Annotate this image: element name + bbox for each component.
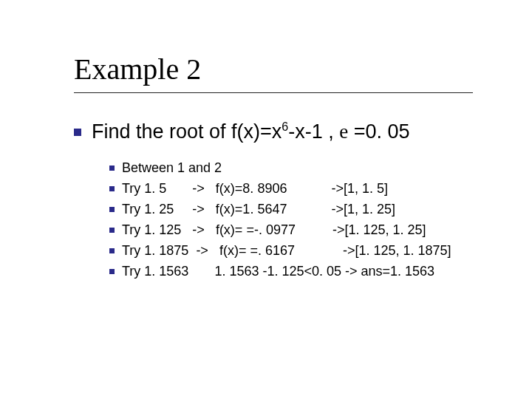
exponent: 6 [282,120,288,133]
square-bullet-icon [109,186,115,191]
list-item-text: Try 1. 1563 1. 1563 -1. 125<0. 05 -> ans… [122,262,434,281]
list-item-text: Try 1. 125 -> f(x)= =-. 0977 ->[1. 125, … [122,220,426,239]
list-item: Between 1 and 2 [109,158,502,177]
square-bullet-icon [109,166,115,171]
epsilon-symbol: e [339,120,348,143]
square-bullet-icon [109,248,115,253]
square-bullet-icon [109,207,115,212]
bullet-level-1: Find the root of f(x)=x6-x-1 , e =0. 05 [74,120,502,145]
list-item: Try 1. 5 -> f(x)=8. 8906 ->[1, 1. 5] [109,179,502,198]
slide-title: Example 2 [74,52,502,86]
bullet-text-prefix: Find the root of f(x)=x [92,120,282,143]
list-item: Try 1. 125 -> f(x)= =-. 0977 ->[1. 125, … [109,220,502,239]
slide: Example 2 Find the root of f(x)=x6-x-1 ,… [0,0,532,399]
list-item: Try 1. 1563 1. 1563 -1. 125<0. 05 -> ans… [109,262,502,281]
list-item: Try 1. 1875 -> f(x)= =. 6167 ->[1. 125, … [109,241,502,260]
list-item-text: Try 1. 1875 -> f(x)= =. 6167 ->[1. 125, … [122,241,451,260]
list-item-text: Between 1 and 2 [122,158,222,177]
square-bullet-icon [109,269,115,274]
list-item: Try 1. 25 -> f(x)=1. 5647 ->[1, 1. 25] [109,200,502,219]
list-item-text: Try 1. 25 -> f(x)=1. 5647 ->[1, 1. 25] [122,200,395,219]
title-underline [74,92,473,93]
bullet-text-suffix: =0. 05 [348,120,409,143]
square-bullet-icon [109,228,115,233]
sub-bullet-list: Between 1 and 2 Try 1. 5 -> f(x)=8. 8906… [109,158,502,282]
list-item-text: Try 1. 5 -> f(x)=8. 8906 ->[1, 1. 5] [122,179,388,198]
bullet-text-mid: -x-1 , [288,120,339,143]
bullet-text: Find the root of f(x)=x6-x-1 , e =0. 05 [92,120,410,145]
square-bullet-icon [74,129,81,136]
